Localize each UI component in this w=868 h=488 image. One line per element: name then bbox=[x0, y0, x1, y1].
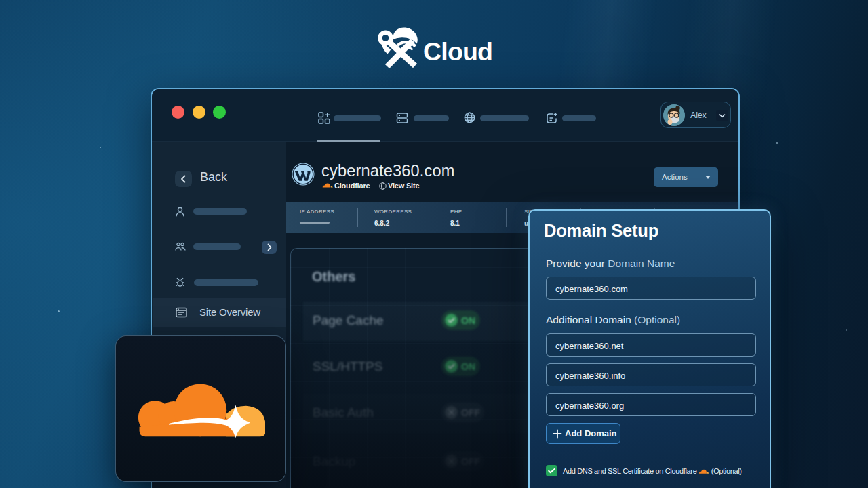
svg-text:Cloud: Cloud bbox=[423, 37, 492, 66]
